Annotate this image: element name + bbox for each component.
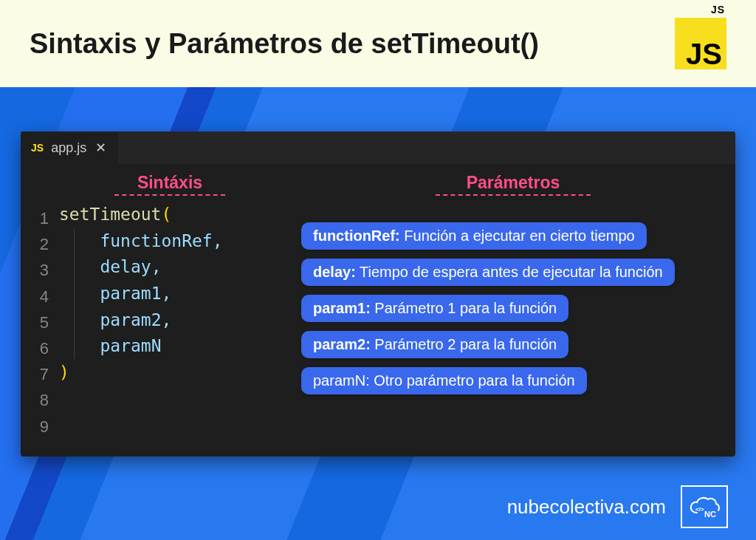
line-number: 2 bbox=[40, 231, 49, 257]
param-chip: param1: Parámetro 1 para la función bbox=[301, 295, 568, 322]
code-line: param2, bbox=[59, 307, 281, 334]
svg-text:NC: NC bbox=[704, 510, 716, 519]
brand-logo: </> NC bbox=[681, 485, 728, 528]
line-number: 3 bbox=[40, 257, 49, 283]
line-number: 4 bbox=[40, 284, 49, 310]
param-chip: delay: Tiempo de espera antes de ejecuta… bbox=[301, 259, 675, 286]
code-block: setTimeout( functionRef, delay, param1, … bbox=[59, 202, 281, 386]
code-editor: JS app.js ✕ 1 2 3 4 5 6 7 8 bbox=[21, 131, 735, 457]
line-number: 5 bbox=[40, 310, 49, 335]
js-logo: JS JS bbox=[675, 18, 726, 69]
code-line: delay, bbox=[59, 254, 281, 281]
file-name: app.js bbox=[51, 140, 86, 156]
code-line: setTimeout( bbox=[59, 202, 281, 228]
line-number: 7 bbox=[40, 361, 49, 387]
cloud-icon: </> NC bbox=[687, 493, 722, 520]
file-lang-badge: JS bbox=[31, 142, 44, 154]
close-icon[interactable]: ✕ bbox=[94, 140, 108, 156]
code-line: ) bbox=[59, 360, 281, 386]
page-title: Sintaxis y Parámetros de setTimeout() bbox=[30, 28, 539, 60]
editor-tab-bar: JS app.js ✕ bbox=[21, 131, 735, 164]
page: Sintaxis y Parámetros de setTimeout() JS… bbox=[0, 0, 756, 540]
footer: nubecolectiva.com </> NC bbox=[21, 472, 735, 528]
param-chip: functionRef: Función a ejecutar en ciert… bbox=[301, 222, 647, 250]
syntax-underline bbox=[114, 194, 225, 196]
svg-text:</>: </> bbox=[695, 506, 704, 513]
editor-body: 1 2 3 4 5 6 7 8 9 Sintáxis bbox=[21, 164, 735, 444]
editor-left: 1 2 3 4 5 6 7 8 9 Sintáxis bbox=[28, 173, 281, 440]
params-underline bbox=[436, 194, 591, 196]
param-chip: paramN: Otro parámetro para la función bbox=[301, 367, 587, 394]
line-number: 9 bbox=[40, 414, 49, 440]
code-line: param1, bbox=[59, 281, 281, 307]
line-number: 1 bbox=[40, 205, 49, 231]
param-chip: param2: Parámetro 2 para la función bbox=[301, 331, 568, 358]
editor-tab[interactable]: JS app.js ✕ bbox=[21, 131, 118, 164]
code-line: functionRef, bbox=[59, 228, 281, 255]
params-list: functionRef: Función a ejecutar en ciert… bbox=[301, 222, 725, 394]
js-logo-label: JS bbox=[686, 41, 722, 66]
line-number-gutter: 1 2 3 4 5 6 7 8 9 bbox=[28, 173, 49, 440]
line-number: 8 bbox=[40, 387, 49, 413]
js-logo-small-label: JS bbox=[711, 6, 725, 15]
header-bar: Sintaxis y Parámetros de setTimeout() JS… bbox=[0, 0, 756, 87]
syntax-heading: Sintáxis bbox=[59, 173, 281, 193]
code-line: paramN bbox=[59, 333, 281, 360]
line-number: 6 bbox=[40, 335, 49, 361]
indent-guide bbox=[74, 228, 75, 359]
params-heading: Parámetros bbox=[301, 173, 725, 193]
params-column: Parámetros functionRef: Función a ejecut… bbox=[286, 173, 725, 440]
content-area: JS app.js ✕ 1 2 3 4 5 6 7 8 bbox=[0, 87, 756, 540]
code-column: Sintáxis setTimeout( functionRef, delay,… bbox=[59, 173, 281, 440]
site-url: nubecolectiva.com bbox=[507, 496, 666, 519]
